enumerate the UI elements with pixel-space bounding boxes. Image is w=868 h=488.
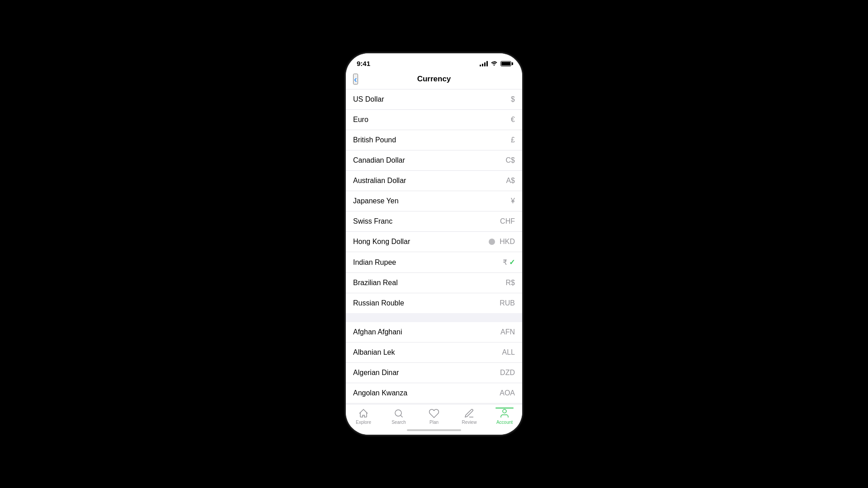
common-currencies-section: US Dollar $ Euro € British Pound £ Canad… [346,89,522,313]
phone-frame: 9:41 ‹ Currency [346,53,522,435]
tab-search[interactable]: Search [381,408,416,425]
list-item[interactable]: Brazilian Real R$ [346,273,522,293]
tab-bar: Explore Search Plan Review [346,404,522,427]
tab-account[interactable]: Account [487,408,522,425]
svg-point-1 [503,409,506,413]
signal-icon [480,61,488,66]
home-indicator [346,427,522,435]
house-icon [358,408,369,419]
tab-review[interactable]: Review [452,408,487,425]
selected-checkmark: ✓ [509,258,515,267]
nav-header: ‹ Currency [346,71,522,89]
tab-plan-label: Plan [429,420,439,425]
back-button[interactable]: ‹ [353,74,358,84]
tab-plan[interactable]: Plan [416,408,452,425]
list-item[interactable]: Algerian Dinar DZD [346,363,522,383]
heart-icon [429,408,439,419]
list-item[interactable]: Angolan Kwanza AOA [346,383,522,404]
status-bar: 9:41 [346,53,522,71]
list-item[interactable]: Japanese Yen ¥ [346,191,522,211]
list-item[interactable]: US Dollar $ [346,89,522,110]
list-item[interactable]: Swiss Franc CHF [346,211,522,232]
currency-list-content[interactable]: US Dollar $ Euro € British Pound £ Canad… [346,89,522,404]
list-item[interactable]: Australian Dollar A$ [346,171,522,191]
list-item-selected[interactable]: Indian Rupee ₹ ✓ [346,252,522,273]
page-title: Currency [417,75,451,84]
svg-point-0 [395,410,401,416]
back-chevron-icon: ‹ [354,75,357,84]
pencil-icon [464,408,475,419]
list-item[interactable]: Afghan Afghani AFN [346,322,522,343]
list-item[interactable]: Russian Rouble RUB [346,293,522,313]
battery-icon [500,61,511,66]
tab-explore[interactable]: Explore [346,408,381,425]
list-item[interactable]: Albanian Lek ALL [346,343,522,363]
tab-active-indicator [495,408,514,408]
list-item[interactable]: Canadian Dollar C$ [346,150,522,171]
all-currencies-section: Afghan Afghani AFN Albanian Lek ALL Alge… [346,322,522,404]
home-bar [407,429,461,431]
search-icon [393,408,404,419]
wifi-icon [491,60,498,67]
ripple-indicator [489,239,495,245]
section-spacer [346,313,522,322]
tab-review-label: Review [462,420,477,425]
tab-search-label: Search [392,420,406,425]
person-icon [499,408,510,419]
list-item[interactable]: Argentine Peso ARS [346,404,522,404]
list-item[interactable]: British Pound £ [346,130,522,150]
tab-account-label: Account [496,420,513,425]
status-time: 9:41 [357,60,370,67]
status-icons [480,60,511,67]
list-item[interactable]: Hong Kong Dollar HKD [346,232,522,252]
tab-explore-label: Explore [356,420,371,425]
list-item[interactable]: Euro € [346,110,522,130]
